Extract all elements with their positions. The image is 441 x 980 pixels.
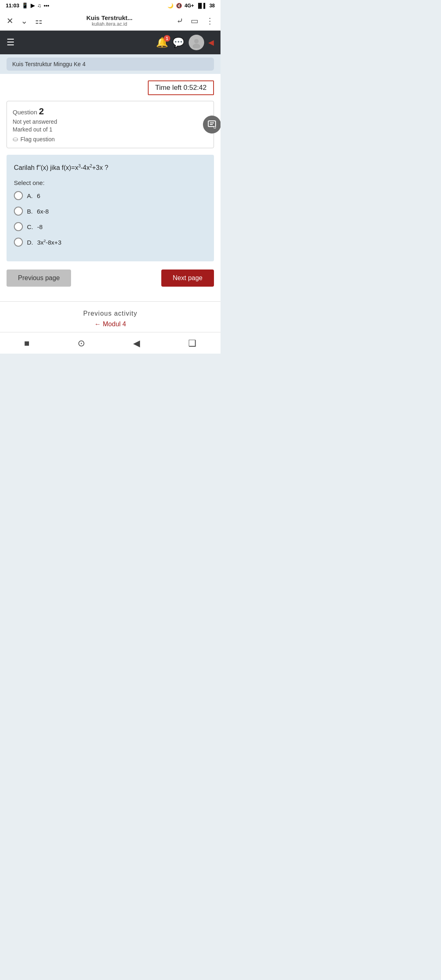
- timer-row: Time left 0:52:42: [7, 80, 214, 95]
- tab-overview-icon[interactable]: ⚏: [33, 15, 44, 27]
- question-status: Not yet answered: [13, 118, 208, 125]
- caret-icon[interactable]: ◀: [208, 38, 214, 47]
- network-icon: 4G+: [185, 3, 194, 9]
- option-c-letter: C.: [27, 223, 33, 230]
- share-icon[interactable]: ⤶: [175, 15, 185, 27]
- option-d-letter: D.: [27, 239, 33, 246]
- question-label: Question 2: [13, 106, 208, 117]
- previous-page-button[interactable]: Previous page: [7, 270, 71, 287]
- chat-icon[interactable]: 💬: [172, 37, 185, 48]
- option-d-radio[interactable]: [14, 238, 23, 247]
- svg-point-0: [194, 39, 199, 43]
- avatar[interactable]: [189, 35, 204, 50]
- bottom-nav-bar: ■ ⊙ ◀ ❑: [0, 332, 220, 354]
- app-header: ☰ 🔔 1 💬 ◀: [0, 31, 220, 54]
- question-content-area: Carilah f''(x) jika f(x)=x3-4x2+3x ? Sel…: [7, 155, 214, 261]
- option-d-row[interactable]: D. 3x2-8x+3: [14, 238, 207, 247]
- question-mark: Marked out of 1: [13, 126, 208, 133]
- location-icon: ▶: [31, 2, 35, 9]
- option-c-row[interactable]: C. -8: [14, 222, 207, 231]
- whatsapp-icon: 📱: [22, 2, 28, 9]
- moon-icon: 🌙: [167, 3, 174, 9]
- alias-icon: [207, 120, 217, 129]
- question-text: Carilah f''(x) jika f(x)=x3-4x2+3x ?: [14, 163, 207, 173]
- flag-label: Flag question: [20, 136, 55, 143]
- tiktok-icon: ♫: [37, 2, 41, 9]
- header-left-icons: ☰: [7, 37, 15, 48]
- svg-point-1: [193, 44, 200, 48]
- url-area: Kuis Terstrukt... kuliah.itera.ac.id: [48, 14, 171, 27]
- user-avatar-svg: [191, 37, 202, 48]
- option-b-row[interactable]: B. 6x-8: [14, 207, 207, 216]
- site-title: Kuis Terstrukt...: [48, 14, 171, 21]
- close-icon[interactable]: ✕: [5, 15, 15, 27]
- banner-box: Kuis Terstruktur Minggu Ke 4: [7, 58, 214, 71]
- home-button[interactable]: ⊙: [72, 336, 91, 350]
- select-one-label: Select one:: [14, 179, 207, 186]
- notification-button[interactable]: 🔔 1: [156, 37, 168, 48]
- question-number: 2: [39, 106, 44, 116]
- notification-badge: 1: [164, 35, 170, 42]
- svg-rect-2: [208, 121, 216, 127]
- option-c-text: -8: [37, 223, 42, 230]
- status-right: 🌙 🔇 4G+ ▐▌▌ 38: [167, 3, 215, 9]
- option-a-radio[interactable]: [14, 191, 23, 200]
- option-a-text: 6: [37, 192, 40, 199]
- option-b-letter: B.: [27, 208, 33, 215]
- status-time: 11:03: [6, 2, 19, 9]
- more-menu-icon[interactable]: ⋮: [204, 15, 216, 27]
- alias-button[interactable]: [203, 116, 220, 134]
- option-c-radio[interactable]: [14, 222, 23, 231]
- modul-link[interactable]: ← Modul 4: [7, 321, 214, 328]
- bookmark-icon[interactable]: ▭: [189, 15, 200, 27]
- previous-activity-label: Previous activity: [7, 310, 214, 317]
- timer-box: Time left 0:52:42: [148, 80, 214, 95]
- option-b-text: 6x-8: [37, 208, 49, 215]
- url-text: kuliah.itera.ac.id: [48, 21, 171, 27]
- next-page-button[interactable]: Next page: [161, 270, 214, 287]
- browser-toolbar: ✕ ⌄ ⚏ Kuis Terstrukt... kuliah.itera.ac.…: [0, 11, 220, 31]
- status-left: 11:03 📱 ▶ ♫ •••: [6, 2, 49, 9]
- option-b-radio[interactable]: [14, 207, 23, 216]
- option-a-letter: A.: [27, 192, 33, 199]
- windows-button[interactable]: ❑: [183, 336, 202, 350]
- status-bar: 11:03 📱 ▶ ♫ ••• 🌙 🔇 4G+ ▐▌▌ 38: [0, 0, 220, 11]
- navigation-buttons: Previous page Next page: [7, 270, 214, 287]
- header-right-icons: 🔔 1 💬 ◀: [156, 35, 214, 50]
- option-d-text: 3x2-8x+3: [37, 238, 61, 246]
- option-a-row[interactable]: A. 6: [14, 191, 207, 200]
- flag-question-button[interactable]: ⛀ Flag question: [13, 135, 208, 143]
- battery-icon: 38: [209, 3, 215, 9]
- square-button[interactable]: ■: [18, 336, 35, 350]
- main-content: Time left 0:52:42 Question 2 Not yet ans…: [0, 74, 220, 301]
- hamburger-icon[interactable]: ☰: [7, 37, 15, 48]
- signal-icon: ▐▌▌: [196, 3, 207, 9]
- banner-text: Kuis Terstruktur Minggu Ke 4: [12, 61, 86, 67]
- silent-icon: 🔇: [176, 3, 182, 9]
- chevron-down-icon[interactable]: ⌄: [19, 15, 29, 27]
- previous-activity-section: Previous activity ← Modul 4: [0, 301, 220, 332]
- timer-text: Time left 0:52:42: [155, 84, 207, 91]
- flag-icon: ⛀: [13, 135, 18, 143]
- more-icon: •••: [44, 2, 49, 9]
- question-info-box: Question 2 Not yet answered Marked out o…: [7, 101, 214, 148]
- back-button[interactable]: ◀: [127, 336, 146, 350]
- banner-strip: Kuis Terstruktur Minggu Ke 4: [0, 54, 220, 74]
